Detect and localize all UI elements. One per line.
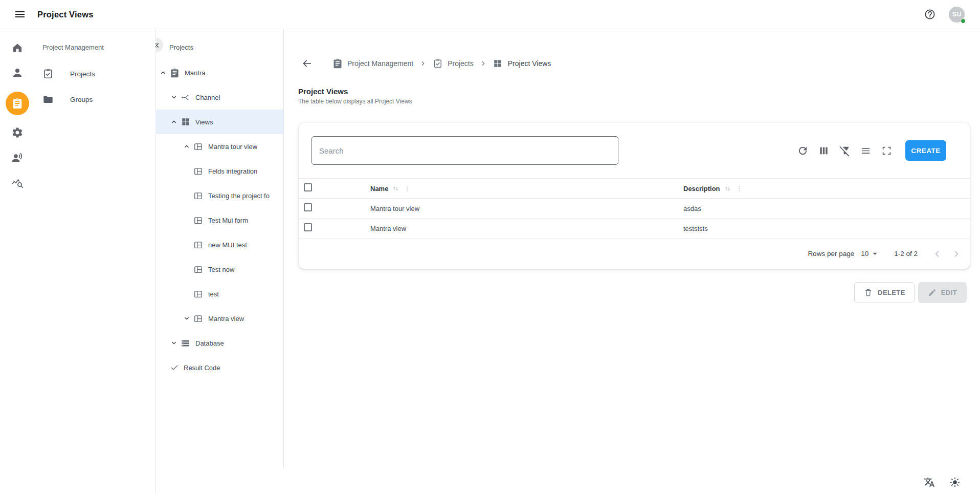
translate-icon[interactable] <box>923 476 936 489</box>
chevron-up-icon[interactable] <box>159 69 167 77</box>
tree-item-mantra-view[interactable]: Mantra view <box>155 306 283 331</box>
tree-item-mantra[interactable]: Mantra <box>155 60 283 85</box>
tree-item-label: Mantra view <box>208 315 244 323</box>
menu-icon[interactable] <box>12 7 28 22</box>
page-title: Project Views <box>298 87 412 96</box>
chevron-up-icon[interactable] <box>183 142 191 151</box>
icon-rail <box>0 29 35 493</box>
project-views-card: CREATE Name Description Mantra tour view… <box>299 123 970 269</box>
sidebar-item-groups[interactable]: Groups <box>35 87 155 112</box>
sidebar-item-label: Groups <box>70 96 93 103</box>
pagination-range: 1-2 of 2 <box>894 250 918 258</box>
tree-item-result-code[interactable]: Result Code <box>155 355 283 380</box>
tree-item-test-now[interactable]: Test now <box>155 257 283 282</box>
column-menu-icon[interactable] <box>404 185 411 192</box>
page-subtitle: The table below displays all Project Vie… <box>298 98 412 105</box>
breadcrumb-projects[interactable]: Projects <box>433 58 474 69</box>
tree-item-label: Mantra <box>185 69 205 77</box>
tree-item-label: Channel <box>195 94 220 101</box>
tree-item-felds-integration[interactable]: Felds integration <box>155 159 283 183</box>
chevron-up-icon[interactable] <box>170 118 178 126</box>
tree-item-channel[interactable]: Channel <box>155 85 283 110</box>
tree-item-label: Mantra tour view <box>208 143 257 151</box>
clipboard-icon <box>332 58 343 69</box>
trash-icon <box>863 288 873 297</box>
column-header-name[interactable]: Name <box>370 185 388 192</box>
cell-description: asdas <box>683 205 701 212</box>
project-tree: Mantra Channel Views Mantra tour view Fe… <box>155 60 283 380</box>
table-header-row: Name Description <box>299 178 970 199</box>
avatar[interactable]: SU <box>949 7 965 23</box>
breadcrumb-label: Project Views <box>508 59 551 68</box>
previous-page-icon[interactable] <box>931 248 943 260</box>
breadcrumb-project-views[interactable]: Project Views <box>493 58 551 69</box>
nav-section-label: Project Management <box>35 29 155 51</box>
chevron-right-icon <box>419 59 427 68</box>
table-row[interactable]: Mantra view testststs <box>299 219 970 239</box>
main-content: Project Management Projects Project View… <box>283 29 980 493</box>
delete-button[interactable]: DELETE <box>854 282 915 303</box>
app-title: Project Views <box>37 10 94 19</box>
view-icon <box>193 191 203 201</box>
back-arrow-icon[interactable] <box>298 55 316 72</box>
tree-item-label: Database <box>195 339 224 347</box>
search-input[interactable] <box>311 136 618 165</box>
topbar: Project Views SU <box>0 0 980 29</box>
breadcrumb-project-management[interactable]: Project Management <box>332 58 413 69</box>
chevron-down-icon[interactable] <box>183 314 191 323</box>
row-actions: DELETE EDIT <box>854 282 967 303</box>
cell-name: Mantra view <box>370 225 406 232</box>
select-all-checkbox[interactable] <box>304 183 312 191</box>
view-icon <box>193 240 203 250</box>
tree-item-label: Views <box>195 118 213 126</box>
columns-icon[interactable] <box>814 141 833 160</box>
query-stats-icon[interactable] <box>11 177 24 189</box>
rows-per-page-select[interactable]: 10 <box>861 249 880 259</box>
folder-icon <box>42 94 70 105</box>
sidebar-item-label: Projects <box>70 70 95 78</box>
storage-icon <box>181 338 190 348</box>
chevron-down-icon[interactable] <box>170 93 178 101</box>
tree-item-new-mui-test[interactable]: new MUI test <box>155 232 283 257</box>
task-icon <box>42 68 70 79</box>
light-mode-icon[interactable] <box>948 476 962 489</box>
corner-controls <box>923 476 962 489</box>
column-menu-icon[interactable] <box>736 185 743 192</box>
settings-gear-icon[interactable] <box>11 126 24 139</box>
sidebar-item-projects[interactable]: Projects <box>35 61 155 87</box>
tree-item-mantra-tour-view[interactable]: Mantra tour view <box>155 134 283 159</box>
view-icon <box>193 166 203 176</box>
density-icon[interactable] <box>856 141 875 160</box>
chevron-right-icon <box>479 59 487 68</box>
sort-icon[interactable] <box>391 184 400 193</box>
table-toolbar: CREATE <box>299 123 970 178</box>
filter-off-icon[interactable] <box>835 141 854 160</box>
help-icon[interactable] <box>922 7 938 22</box>
record-voice-icon[interactable] <box>11 152 24 164</box>
tree-item-test[interactable]: test <box>155 282 283 306</box>
caret-down-icon <box>870 249 880 259</box>
home-icon[interactable] <box>11 41 24 54</box>
row-checkbox[interactable] <box>304 203 312 211</box>
sort-icon[interactable] <box>723 184 732 193</box>
tree-item-database[interactable]: Database <box>155 331 283 355</box>
tree-item-views[interactable]: Views <box>155 110 283 134</box>
create-button[interactable]: CREATE <box>905 140 946 161</box>
table-row[interactable]: Mantra tour view asdas <box>299 199 970 219</box>
edit-button[interactable]: EDIT <box>918 282 967 303</box>
project-management-icon[interactable] <box>6 92 29 115</box>
tree-item-label: Felds integration <box>208 167 257 175</box>
tree-item-test-mui-form[interactable]: Test Mui form <box>155 208 283 232</box>
row-checkbox[interactable] <box>304 223 312 231</box>
chevron-down-icon[interactable] <box>170 339 178 347</box>
fullscreen-icon[interactable] <box>877 141 896 160</box>
tree-item-label: new MUI test <box>208 241 247 249</box>
edit-button-label: EDIT <box>941 289 957 296</box>
online-status-dot <box>961 18 966 24</box>
refresh-icon[interactable] <box>793 141 812 160</box>
pencil-icon <box>928 288 937 297</box>
next-page-icon[interactable] <box>950 248 963 260</box>
person-icon[interactable] <box>11 67 24 79</box>
tree-item-testing-the-project[interactable]: Testing the project fo <box>155 183 283 208</box>
column-header-description[interactable]: Description <box>683 185 720 192</box>
